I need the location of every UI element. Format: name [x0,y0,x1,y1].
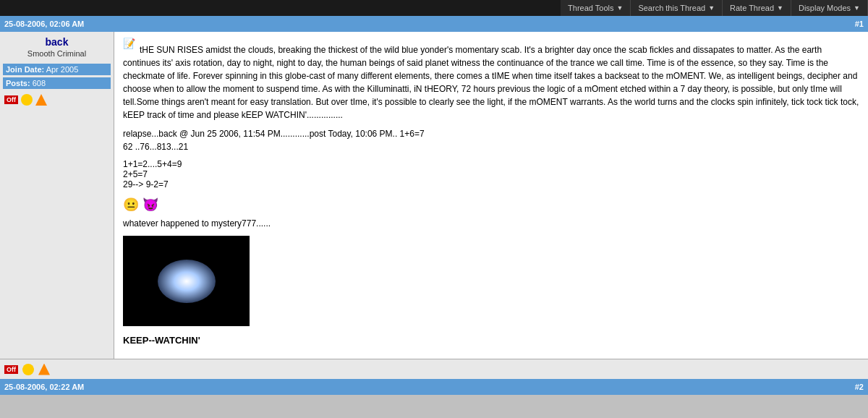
post-number-sequence: 62 ..76...813...21 [123,142,859,152]
post-image [123,236,250,326]
thread-tools-arrow: ▼ [616,4,623,12]
post-main-text: tHE SUN RISES amidst the clouds, breakin… [123,43,859,121]
post2-header-bar: 25-08-2006, 02:22 AM #2 [0,379,868,395]
display-modes-label: Display Modes [799,4,851,12]
rate-thread-arrow: ▼ [777,4,783,12]
post1-number: #1 [855,20,864,28]
post-relapse-line: relapse...back @ Jun 25 2006, 11:54 PM..… [123,129,859,139]
search-thread-arrow: ▼ [708,4,715,12]
thread-tools-button[interactable]: Thread Tools ▼ [561,0,631,16]
user-status-row: Off [3,91,111,108]
post-signature: KEEP--WATCHIN' [123,335,859,346]
search-thread-button[interactable]: Search this Thread ▼ [631,0,723,16]
math-line2: 2+5=7 [123,169,859,179]
display-modes-arrow: ▼ [854,4,860,12]
search-thread-label: Search this Thread [638,4,705,12]
post2-number: #2 [855,383,864,391]
posts-value: 608 [33,79,46,88]
status-circle-icon [21,94,33,106]
username-link[interactable]: back [3,36,111,48]
post-math: 1+1=2....5+4=9 2+5=7 29--> 9-2=7 [123,159,859,189]
edit-icon: 📝 [123,38,135,49]
posts-label: Posts: [6,79,30,88]
galaxy-image [158,260,216,303]
thread-tools-label: Thread Tools [568,4,613,12]
post1-content: 📝 tHE SUN RISES amidst the clouds, break… [114,32,868,359]
post2-date: 25-08-2006, 02:22 AM [4,383,84,391]
post-mystery-text: whatever happened to mystery777...... [123,218,859,229]
footer-offline-badge: Off [4,365,18,374]
rate-thread-label: Rate Thread [730,4,774,12]
join-date-row: Join Date: Apr 2005 [3,64,111,75]
status-offline-badge: Off [4,95,18,104]
post-emojis: 😐 😈 [123,197,859,213]
post1-date: 25-08-2006, 02:06 AM [4,20,84,28]
math-line1: 1+1=2....5+4=9 [123,159,859,169]
display-modes-button[interactable]: Display Modes ▼ [791,0,868,16]
posts-row: Posts: 608 [3,77,111,89]
math-line3: 29--> 9-2=7 [123,179,859,189]
footer-status-icon [22,364,34,375]
post1-container: back Smooth Criminal Join Date: Apr 2005… [0,32,868,359]
join-date-label: Join Date: [6,65,44,74]
rate-thread-button[interactable]: Rate Thread ▼ [723,0,791,16]
top-toolbar: Thread Tools ▼ Search this Thread ▼ Rate… [0,0,868,16]
footer-warn-icon [38,364,50,375]
post1-header-bar: 25-08-2006, 02:06 AM #1 [0,16,868,32]
join-date-value: Apr 2005 [46,65,79,74]
user-sidebar: back Smooth Criminal Join Date: Apr 2005… [0,32,114,359]
user-title: Smooth Criminal [3,49,111,58]
warn-triangle-icon [35,94,47,106]
post1-footer: Off [0,359,868,379]
